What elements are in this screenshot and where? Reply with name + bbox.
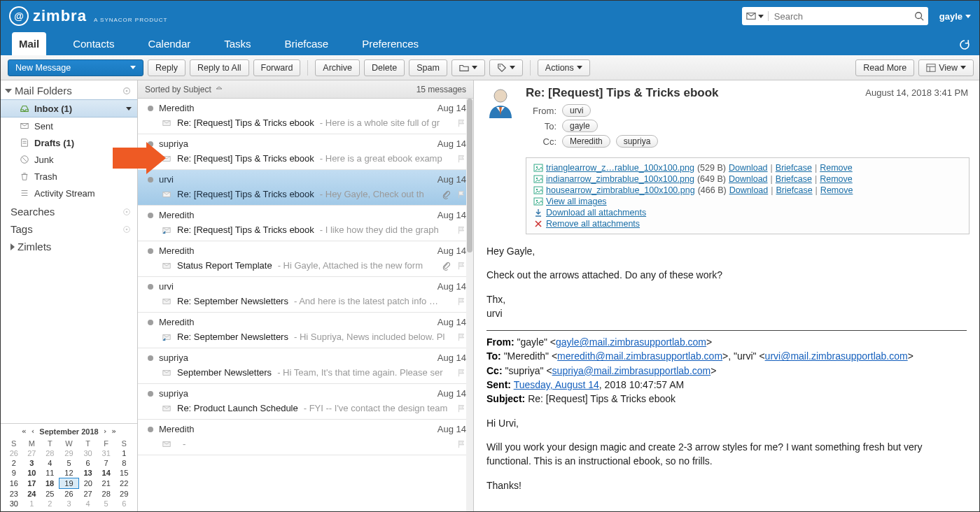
- email-link[interactable]: urvi@mail.zimbrasupportlab.com: [765, 350, 908, 362]
- tags-header[interactable]: Tags: [1, 219, 137, 236]
- calendar-day[interactable]: 27: [23, 448, 41, 458]
- forward-button[interactable]: Forward: [253, 59, 301, 76]
- download-all-link[interactable]: Download all attachments: [533, 207, 962, 218]
- calendar-day[interactable]: 13: [78, 468, 97, 478]
- chevron-down-icon[interactable]: [126, 107, 132, 111]
- flag-icon[interactable]: [456, 297, 466, 306]
- calendar-day[interactable]: 5: [59, 458, 79, 468]
- cal-prev[interactable]: ‹: [31, 427, 36, 436]
- calendar-day[interactable]: 2: [41, 499, 59, 509]
- search-box[interactable]: [742, 7, 928, 25]
- scrollbar-track[interactable]: [466, 99, 473, 511]
- tag-button[interactable]: [489, 59, 523, 76]
- calendar-day[interactable]: 22: [115, 478, 133, 489]
- calendar-day[interactable]: 5: [97, 499, 115, 509]
- remove-link[interactable]: Remove: [820, 185, 853, 195]
- tab-calendar[interactable]: Calendar: [141, 32, 197, 55]
- calendar-day[interactable]: 30: [78, 448, 97, 458]
- conversation-item[interactable]: MeredithAug 14Re: September Newsletters …: [138, 313, 473, 348]
- calendar-day[interactable]: 19: [59, 478, 79, 489]
- attachment-filename[interactable]: trianglearrow_z…rablue_100x100.png: [546, 163, 694, 173]
- cal-next-month[interactable]: »: [111, 427, 116, 436]
- tab-contacts[interactable]: Contacts: [66, 32, 121, 55]
- tab-preferences[interactable]: Preferences: [355, 32, 426, 55]
- calendar-day[interactable]: 29: [59, 448, 79, 458]
- flag-icon[interactable]: [456, 154, 466, 164]
- conversation-item[interactable]: urviAug 14Re: [Request] Tips & Tricks eb…: [138, 170, 473, 206]
- calendar-day[interactable]: 26: [5, 448, 23, 458]
- new-message-button[interactable]: New Message: [8, 59, 144, 76]
- cc-pill[interactable]: supriya: [616, 135, 659, 148]
- list-header[interactable]: Sorted by Subject 15 messages: [138, 80, 473, 99]
- calendar-day[interactable]: 8: [115, 458, 133, 468]
- conversation-item[interactable]: MeredithAug 14Status Report Template - H…: [138, 241, 473, 277]
- conversation-item[interactable]: supriyaAug 14Re: [Request] Tips & Tricks…: [138, 134, 473, 170]
- conversation-item[interactable]: supriyaAug 14Re: Product Launch Schedule…: [138, 384, 473, 420]
- calendar-day[interactable]: 23: [5, 489, 23, 499]
- calendar-day[interactable]: 7: [97, 458, 115, 468]
- flag-icon[interactable]: [456, 332, 466, 342]
- searches-header[interactable]: Searches: [1, 201, 137, 219]
- folder-activity-stream[interactable]: Activity Stream: [1, 185, 137, 201]
- view-all-images-link[interactable]: View all images: [533, 196, 962, 207]
- calendar-day[interactable]: 17: [23, 478, 41, 489]
- attachment-filename[interactable]: indianarrow_zimbrablue_100x100.png: [546, 174, 694, 184]
- conversation-item[interactable]: urviAug 14Re: September Newsletters - An…: [138, 277, 473, 313]
- calendar-day[interactable]: 21: [97, 478, 115, 489]
- briefcase-link[interactable]: Briefcase: [776, 163, 812, 173]
- zimlets-header[interactable]: Zimlets: [1, 236, 137, 254]
- calendar-day[interactable]: 1: [23, 499, 41, 509]
- folder-junk[interactable]: Junk: [1, 151, 137, 168]
- delete-button[interactable]: Delete: [364, 59, 405, 76]
- calendar-day[interactable]: 27: [78, 489, 97, 499]
- calendar-day[interactable]: 18: [41, 478, 59, 489]
- conversation-item[interactable]: MeredithAug 14 -: [138, 420, 473, 455]
- remove-link[interactable]: Remove: [820, 174, 853, 184]
- calendar-day[interactable]: 14: [97, 468, 115, 478]
- calendar-day[interactable]: 1: [115, 448, 133, 458]
- calendar-day[interactable]: 9: [5, 468, 23, 478]
- calendar-day[interactable]: 10: [23, 468, 41, 478]
- calendar-day[interactable]: 24: [23, 489, 41, 499]
- search-input[interactable]: [773, 10, 914, 22]
- spam-button[interactable]: Spam: [409, 59, 447, 76]
- calendar-day[interactable]: 4: [41, 458, 59, 468]
- calendar-day[interactable]: 6: [78, 458, 97, 468]
- calendar-day[interactable]: 6: [115, 499, 133, 509]
- view-button[interactable]: View: [918, 59, 974, 76]
- reply-all-button[interactable]: Reply to All: [190, 59, 249, 76]
- folder-drafts[interactable]: Drafts (1): [1, 134, 137, 151]
- folder-trash[interactable]: Trash: [1, 168, 137, 185]
- conversation-item[interactable]: MeredithAug 14Re: [Request] Tips & Trick…: [138, 99, 473, 134]
- archive-button[interactable]: Archive: [315, 59, 360, 76]
- briefcase-link[interactable]: Briefcase: [776, 174, 812, 184]
- reply-button[interactable]: Reply: [148, 59, 186, 76]
- conversation-item[interactable]: MeredithAug 14Re: [Request] Tips & Trick…: [138, 206, 473, 241]
- calendar-day[interactable]: 28: [97, 489, 115, 499]
- search-icon[interactable]: [914, 11, 924, 21]
- move-button[interactable]: [451, 59, 485, 76]
- to-pill[interactable]: gayle: [562, 120, 598, 132]
- mail-folders-header[interactable]: Mail Folders: [1, 80, 137, 99]
- refresh-button[interactable]: [950, 34, 979, 55]
- flag-icon[interactable]: [456, 118, 466, 128]
- calendar-day[interactable]: 3: [59, 499, 79, 509]
- search-scope-selector[interactable]: [746, 11, 769, 21]
- flag-icon[interactable]: [456, 439, 466, 449]
- calendar-day[interactable]: 30: [5, 499, 23, 509]
- gear-icon[interactable]: [122, 225, 132, 234]
- folder-inbox[interactable]: Inbox (1): [1, 99, 137, 118]
- calendar-day[interactable]: 16: [5, 478, 23, 489]
- folder-sent[interactable]: Sent: [1, 118, 137, 134]
- actions-button[interactable]: Actions: [538, 59, 590, 76]
- email-link[interactable]: supriya@mail.zimbrasupportlab.com: [552, 365, 711, 376]
- briefcase-link[interactable]: Briefcase: [776, 185, 813, 195]
- calendar-day[interactable]: 11: [41, 468, 59, 478]
- calendar-day[interactable]: 29: [115, 489, 133, 499]
- calendar-day[interactable]: 26: [59, 489, 79, 499]
- cc-pill[interactable]: Meredith: [562, 135, 610, 148]
- conversation-item[interactable]: supriyaAug 14September Newsletters - Hi …: [138, 348, 473, 384]
- calendar-day[interactable]: 20: [78, 478, 97, 489]
- flag-icon[interactable]: [456, 225, 466, 235]
- from-pill[interactable]: urvi: [562, 104, 591, 117]
